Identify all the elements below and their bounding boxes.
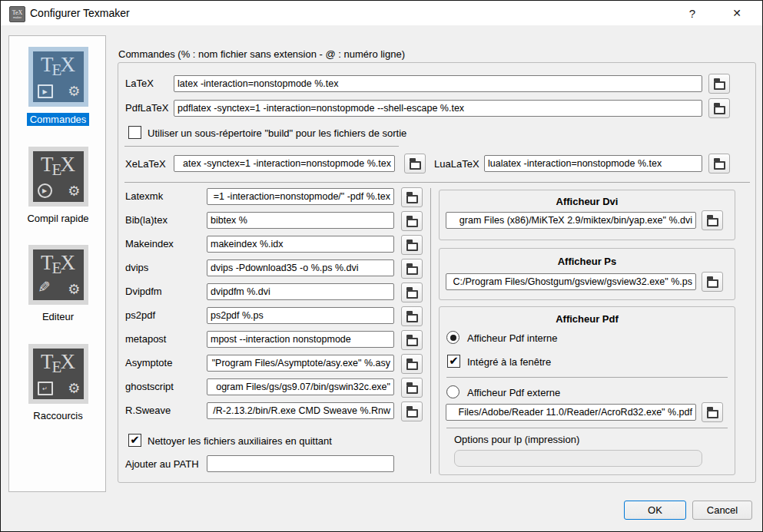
- pdf-embedded-checkbox[interactable]: ✔: [447, 355, 460, 368]
- sidebar-item-label: Compil rapide: [27, 213, 88, 224]
- metapost-browse-button[interactable]: [401, 330, 423, 350]
- check-icon: ✔: [130, 434, 140, 445]
- sidebar-item-compil-rapide[interactable]: TEX ▶ ⚙ Compil rapide: [9, 147, 107, 224]
- cleanup-label: Nettoyer les fichiers auxiliaires en qui…: [148, 435, 332, 447]
- play-gear-icon: ▶: [38, 183, 52, 198]
- sidebar-item-label: Raccourcis: [33, 410, 82, 421]
- dvips-input[interactable]: dvips -Pdownload35 -o %.ps %.dvi: [207, 259, 394, 276]
- biblatex-input[interactable]: bibtex %: [207, 212, 394, 229]
- path-label: Ajouter au PATH: [125, 458, 199, 470]
- lp-options-label: Options pour lp (impression): [454, 434, 579, 445]
- return-arrow-icon: ↵: [38, 382, 53, 395]
- pdf-internal-radio[interactable]: [446, 331, 459, 344]
- rsweave-input[interactable]: /R-2.13.2/bin/R.exe CMD Sweave %.Rnw: [207, 402, 394, 419]
- biblatex-label: Bib(la)tex: [125, 214, 168, 226]
- build-subdir-label: Utiliser un sous-répertoire "build" pour…: [148, 127, 406, 139]
- biblatex-browse-button[interactable]: [401, 211, 423, 231]
- makeindex-browse-button[interactable]: [401, 235, 423, 255]
- window-title: Configurer Texmaker: [30, 7, 130, 19]
- folder-icon: [406, 338, 418, 346]
- folder-icon: [406, 243, 418, 251]
- pdf-viewer-title: Afficheur Pdf: [440, 313, 735, 325]
- folder-icon: [406, 195, 418, 203]
- pdf-embedded-label: Intégré à la fenêtre: [467, 356, 551, 368]
- xelatex-label: XeLaTeX: [125, 158, 166, 170]
- dvips-browse-button[interactable]: [401, 259, 423, 279]
- folder-icon: [714, 161, 725, 170]
- dvipdfm-input[interactable]: dvipdfm %.dvi: [207, 283, 394, 300]
- folder-icon: [714, 81, 725, 90]
- dvi-viewer-input[interactable]: gram Files (x86)/MiKTeX 2.9/miktex/bin/y…: [446, 212, 696, 229]
- latexmk-input[interactable]: =1 -interaction=nonstopmode/" -pdf %.tex: [207, 188, 394, 205]
- latex-input[interactable]: latex -interaction=nonstopmode %.tex: [174, 75, 702, 92]
- latexmk-browse-button[interactable]: [401, 187, 423, 207]
- radio-dot: [450, 335, 456, 341]
- gear-icon: ⚙: [68, 281, 80, 298]
- lualatex-label: LuaLaTeX: [434, 158, 479, 170]
- ps2pdf-browse-button[interactable]: [401, 306, 423, 326]
- lp-options-input[interactable]: [454, 450, 702, 467]
- path-input[interactable]: [207, 455, 394, 472]
- ghostscript-input[interactable]: ogram Files/gs/gs9.07/bin/gswin32c.exe": [207, 378, 394, 395]
- sidebar-item-label: Commandes: [27, 113, 90, 126]
- latex-browse-button[interactable]: [708, 74, 730, 94]
- sidebar-item-commandes[interactable]: TEX ▶ ⚙ Commandes: [9, 47, 107, 126]
- rsweave-browse-button[interactable]: [401, 401, 423, 421]
- folder-icon: [406, 409, 418, 418]
- pdf-external-radio[interactable]: [446, 385, 459, 398]
- ghostscript-browse-button[interactable]: [401, 378, 423, 398]
- dvipdfm-browse-button[interactable]: [401, 283, 423, 302]
- sidebar-item-editeur[interactable]: TEX ✎ ⚙ Editeur: [9, 245, 107, 322]
- folder-icon: [406, 266, 418, 275]
- dvi-viewer-title: Afficheur Dvi: [440, 196, 735, 207]
- gear-icon: ⚙: [68, 183, 80, 200]
- pdf-browse-button[interactable]: [702, 402, 723, 422]
- gear-icon: ⚙: [68, 380, 80, 397]
- dvipdfm-label: Dvipdfm: [125, 286, 162, 297]
- dvi-browse-button[interactable]: [702, 210, 723, 230]
- ps-viewer-input[interactable]: C:/Program Files/Ghostgum/gsview/gsview3…: [446, 273, 696, 290]
- pdflatex-label: PdfLaTeX: [125, 102, 168, 114]
- makeindex-input[interactable]: makeindex %.idx: [207, 236, 394, 253]
- pdflatex-browse-button[interactable]: [708, 98, 730, 118]
- asymptote-label: Asymptote: [125, 357, 172, 368]
- xelatex-browse-button[interactable]: [404, 154, 426, 173]
- lualatex-browse-button[interactable]: [708, 154, 730, 173]
- build-subdir-checkbox[interactable]: [128, 126, 141, 139]
- sidebar-item-label: Editeur: [42, 311, 74, 322]
- folder-icon: [707, 218, 718, 226]
- pdf-external-input[interactable]: Files/Adobe/Reader 11.0/Reader/AcroRd32.…: [446, 404, 696, 421]
- commands-group-title: Commandes (% : nom fichier sans extensio…: [118, 48, 405, 60]
- sidebar-item-raccourcis[interactable]: TEX ↵ ⚙ Raccourcis: [9, 344, 107, 421]
- asymptote-input[interactable]: "Program Files/Asymptote/asy.exe" %.asy: [207, 355, 394, 372]
- texmaker-app-icon: TeX maker: [9, 6, 25, 22]
- lualatex-input[interactable]: lualatex -interaction=nonstopmode %.tex: [484, 155, 702, 172]
- sidebar: TEX ▶ ⚙ Commandes TEX ▶ ⚙ Compil rapide …: [8, 35, 106, 492]
- close-button[interactable]: ✕: [715, 1, 758, 25]
- asymptote-browse-button[interactable]: [401, 354, 423, 374]
- makeindex-label: Makeindex: [125, 238, 174, 249]
- ps-viewer-title: Afficheur Ps: [440, 256, 735, 267]
- help-button[interactable]: ?: [674, 1, 711, 25]
- gear-icon: ⚙: [68, 83, 80, 100]
- ps2pdf-input[interactable]: ps2pdf %.ps: [207, 307, 394, 324]
- separator: [446, 428, 728, 428]
- rsweave-label: R.Sweave: [125, 405, 171, 416]
- metapost-input[interactable]: mpost --interaction nonstopmode: [207, 331, 394, 348]
- ok-button[interactable]: OK: [624, 501, 686, 520]
- latex-label: LaTeX: [125, 78, 154, 89]
- pdf-internal-label: Afficheur Pdf interne: [467, 332, 558, 344]
- xelatex-input[interactable]: atex -synctex=1 -interaction=nonstopmode…: [174, 155, 395, 172]
- cancel-button[interactable]: Cancel: [692, 501, 752, 520]
- folder-icon: [406, 290, 418, 299]
- cleanup-checkbox[interactable]: ✔: [128, 434, 141, 447]
- ps2pdf-label: ps2pdf: [125, 309, 155, 321]
- pdflatex-input[interactable]: pdflatex -synctex=1 -interaction=nonstop…: [174, 100, 702, 117]
- ps-browse-button[interactable]: [702, 272, 723, 292]
- commandes-icon: TEX ▶ ⚙: [28, 47, 88, 107]
- titlebar: TeX maker Configurer Texmaker ? ✕: [1, 1, 762, 25]
- folder-icon: [410, 161, 421, 170]
- app-icon-subtext: maker: [13, 16, 22, 19]
- folder-icon: [707, 279, 718, 288]
- pdf-external-label: Afficheur Pdf externe: [467, 387, 560, 398]
